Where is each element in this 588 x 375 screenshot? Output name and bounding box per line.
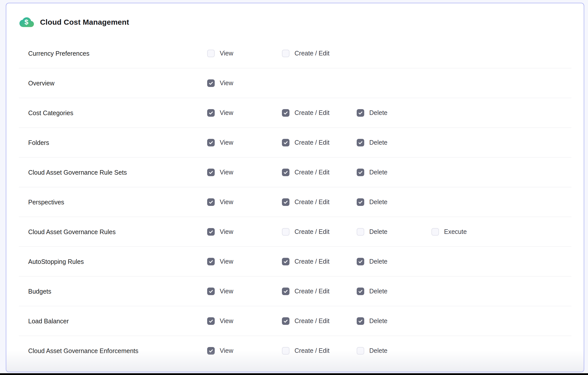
permission-label: Delete (369, 288, 387, 295)
permission-cell: Create / Edit (282, 347, 329, 355)
permission-label: Create / Edit (295, 169, 329, 176)
permission-row-cloud-asset-governance-enforcements: Cloud Asset Governance EnforcementsViewC… (19, 336, 571, 365)
checkbox-cloud-asset-governance-enforcements-create-edit[interactable] (282, 347, 289, 355)
resource-label: Cloud Asset Governance Rules (28, 228, 116, 235)
checkbox-cloud-asset-governance-rule-sets-view[interactable] (207, 169, 215, 176)
permission-label: View (220, 347, 233, 354)
permission-label: Delete (369, 109, 387, 116)
permission-label: View (220, 169, 233, 176)
checkbox-currency-preferences-view[interactable] (207, 50, 215, 57)
permission-label: View (220, 198, 233, 206)
permission-label: View (220, 228, 233, 235)
permission-cell: View (207, 139, 233, 146)
resource-label: Load Balancer (28, 317, 69, 325)
permission-label: Create / Edit (295, 317, 329, 325)
checkbox-folders-create-edit[interactable] (282, 139, 289, 146)
permission-cell: Delete (357, 288, 387, 295)
checkbox-cloud-asset-governance-rule-sets-create-edit[interactable] (282, 169, 289, 176)
permission-cell: Create / Edit (282, 258, 329, 265)
permission-cell: Create / Edit (282, 139, 329, 146)
permission-label: Create / Edit (295, 228, 329, 235)
checkbox-cloud-asset-governance-enforcements-delete[interactable] (357, 347, 364, 355)
permission-cell: Delete (357, 198, 387, 206)
permission-row-folders: FoldersViewCreate / EditDelete (19, 128, 571, 158)
permission-label: Create / Edit (295, 50, 329, 57)
permission-label: View (220, 139, 233, 146)
resource-label: Folders (28, 139, 49, 146)
permissions-panel: $ Cloud Cost Management Currency Prefere… (6, 3, 584, 372)
permission-label: View (220, 109, 233, 116)
permission-label: Create / Edit (295, 347, 329, 354)
permission-cell: Create / Edit (282, 50, 329, 57)
checkbox-load-balancer-view[interactable] (207, 317, 215, 325)
permission-cell: View (207, 109, 233, 117)
checkbox-currency-preferences-create-edit[interactable] (282, 50, 289, 57)
permission-row-load-balancer: Load BalancerViewCreate / EditDelete (19, 306, 571, 336)
checkbox-cloud-asset-governance-rules-execute[interactable] (431, 228, 439, 236)
checkbox-perspectives-create-edit[interactable] (282, 198, 289, 206)
permission-label: Delete (369, 139, 387, 146)
checkbox-perspectives-view[interactable] (207, 198, 215, 206)
checkbox-cloud-asset-governance-enforcements-view[interactable] (207, 347, 215, 355)
permission-label: Delete (369, 169, 387, 176)
checkbox-cloud-asset-governance-rule-sets-delete[interactable] (357, 169, 364, 176)
checkbox-autostopping-rules-delete[interactable] (357, 258, 364, 265)
permission-label: View (220, 317, 233, 325)
permission-label: Delete (369, 317, 387, 325)
permission-label: View (220, 288, 233, 295)
resource-label: Budgets (28, 288, 51, 295)
checkbox-cloud-asset-governance-rules-view[interactable] (207, 228, 215, 236)
resource-label: Cloud Asset Governance Rule Sets (28, 169, 127, 176)
screen-bottom-edge (0, 373, 588, 375)
permission-label: Create / Edit (295, 258, 329, 265)
permission-cell: Create / Edit (282, 169, 329, 176)
checkbox-cloud-asset-governance-rules-create-edit[interactable] (282, 228, 289, 236)
permission-row-autostopping-rules: AutoStopping RulesViewCreate / EditDelet… (19, 247, 571, 276)
permission-cell: Delete (357, 109, 387, 117)
permission-label: View (220, 79, 233, 87)
permission-row-budgets: BudgetsViewCreate / EditDelete (19, 276, 571, 306)
checkbox-budgets-view[interactable] (207, 288, 215, 295)
checkbox-overview-view[interactable] (207, 79, 215, 87)
permission-rows: Currency PreferencesViewCreate / EditOve… (19, 39, 571, 365)
permission-cell: Execute (431, 228, 467, 236)
checkbox-folders-delete[interactable] (357, 139, 364, 146)
permission-cell: Delete (357, 347, 387, 355)
permission-row-overview: OverviewView (19, 68, 571, 98)
permission-cell: View (207, 317, 233, 325)
permission-cell: View (207, 79, 233, 87)
resource-label: Overview (28, 79, 54, 87)
checkbox-cloud-asset-governance-rules-delete[interactable] (357, 228, 364, 236)
checkbox-cost-categories-create-edit[interactable] (282, 109, 289, 117)
permission-row-cloud-asset-governance-rule-sets: Cloud Asset Governance Rule SetsViewCrea… (19, 158, 571, 187)
permission-cell: Create / Edit (282, 228, 329, 236)
permission-label: View (220, 258, 233, 265)
permission-cell: Create / Edit (282, 109, 329, 117)
checkbox-autostopping-rules-create-edit[interactable] (282, 258, 289, 265)
permission-label: Delete (369, 198, 387, 206)
permission-cell: View (207, 288, 233, 295)
resource-label: Perspectives (28, 198, 64, 206)
resource-label: Currency Preferences (28, 50, 89, 57)
checkbox-load-balancer-delete[interactable] (357, 317, 364, 325)
checkbox-budgets-delete[interactable] (357, 288, 364, 295)
checkbox-load-balancer-create-edit[interactable] (282, 317, 289, 325)
permission-row-cloud-asset-governance-rules: Cloud Asset Governance RulesViewCreate /… (19, 217, 571, 247)
checkbox-folders-view[interactable] (207, 139, 215, 146)
permission-label: Execute (444, 228, 467, 235)
checkbox-budgets-create-edit[interactable] (282, 288, 289, 295)
cloud-dollar-icon: $ (19, 16, 34, 28)
permission-label: Create / Edit (295, 198, 329, 206)
checkbox-autostopping-rules-view[interactable] (207, 258, 215, 265)
permission-row-currency-preferences: Currency PreferencesViewCreate / Edit (19, 39, 571, 68)
checkbox-perspectives-delete[interactable] (357, 198, 364, 206)
module-header: $ Cloud Cost Management (19, 14, 129, 30)
resource-label: AutoStopping Rules (28, 258, 84, 265)
checkbox-cost-categories-view[interactable] (207, 109, 215, 117)
permission-cell: Create / Edit (282, 317, 329, 325)
permission-cell: View (207, 347, 233, 355)
permission-row-cost-categories: Cost CategoriesViewCreate / EditDelete (19, 98, 571, 128)
checkbox-cost-categories-delete[interactable] (357, 109, 364, 117)
permission-label: Create / Edit (295, 109, 329, 116)
permission-cell: Delete (357, 317, 387, 325)
